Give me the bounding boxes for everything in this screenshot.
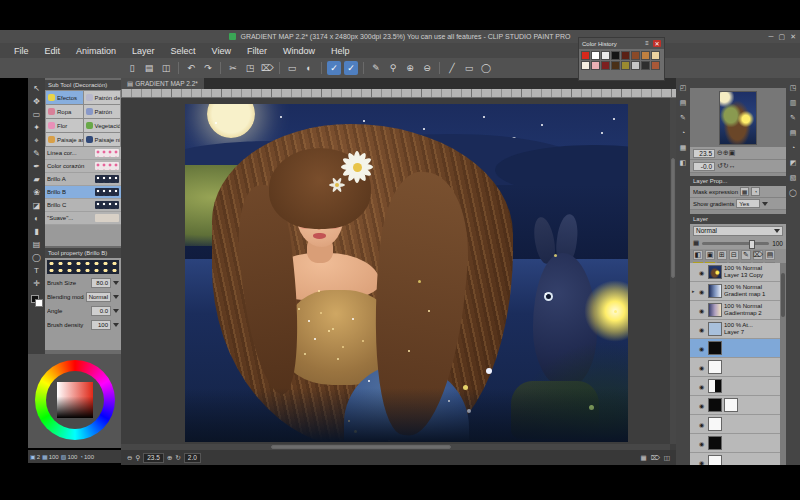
sub-tool-grid-item[interactable]: Paisaje nit...: [84, 133, 121, 146]
tool-icon[interactable]: ◪: [30, 199, 43, 212]
tool-icon[interactable]: ✦: [30, 121, 43, 134]
dock-icon[interactable]: ◰: [678, 82, 689, 93]
color-swatch[interactable]: [631, 61, 640, 70]
mask-option-icon[interactable]: ◔: [751, 187, 760, 196]
dock-icon[interactable]: ◩: [788, 157, 799, 168]
color-swatch[interactable]: [641, 61, 650, 70]
layer-row[interactable]: ◉: [690, 434, 780, 453]
property-value-input[interactable]: Normal: [86, 292, 111, 302]
color-swatch[interactable]: [641, 51, 650, 60]
menu-item[interactable]: Edit: [37, 46, 69, 56]
layer-mask-thumbnail[interactable]: [724, 398, 738, 412]
layer-toolbar-icon[interactable]: ⌦: [753, 250, 763, 260]
layer-row[interactable]: ◉: [690, 377, 780, 396]
layer-row[interactable]: ◉ 100 % At... Layer 7: [690, 320, 780, 339]
tool-icon[interactable]: ▰: [30, 173, 43, 186]
sub-tool-list-item[interactable]: Brillo C: [45, 199, 121, 212]
dock-icon[interactable]: ◔: [678, 127, 689, 138]
rotation-value[interactable]: 2.0: [184, 453, 201, 463]
layer-toolbar-icon[interactable]: ⊞: [717, 250, 727, 260]
tool-icon[interactable]: ⌖: [30, 134, 43, 147]
dropdown-arrow-icon[interactable]: [113, 281, 119, 285]
toolbar-icon[interactable]: [363, 62, 364, 74]
quick-setting[interactable]: ▧ 100: [61, 453, 78, 460]
rotate-icon[interactable]: ↻: [175, 454, 180, 462]
toolbar-icon[interactable]: [178, 62, 179, 74]
navigator-zoom-value[interactable]: 23.5: [693, 149, 715, 158]
color-wheel[interactable]: [35, 360, 115, 440]
toolbar-icon[interactable]: ✂: [226, 61, 240, 75]
visibility-eye-icon[interactable]: ◉: [699, 421, 706, 428]
color-swatch[interactable]: [611, 61, 620, 70]
menu-item[interactable]: Help: [323, 46, 358, 56]
foreground-background-colors[interactable]: [31, 295, 43, 307]
visibility-eye-icon[interactable]: ◉: [699, 307, 706, 314]
visibility-eye-icon[interactable]: ◉: [699, 288, 706, 295]
property-value-input[interactable]: 100: [91, 320, 111, 330]
toolbar-icon[interactable]: ↶: [184, 61, 198, 75]
toolbar-icon[interactable]: ◳: [243, 61, 257, 75]
layer-panel-header[interactable]: Layer: [690, 214, 786, 224]
window-control-button[interactable]: ▢: [779, 33, 786, 41]
color-swatch[interactable]: [581, 51, 590, 60]
layer-thumbnail[interactable]: [708, 398, 722, 412]
menu-item[interactable]: File: [6, 46, 37, 56]
navigator-header[interactable]: [690, 78, 786, 88]
dock-icon[interactable]: ◔: [788, 142, 799, 153]
toolbar-icon[interactable]: ⌦: [260, 61, 274, 75]
sub-tool-grid-item[interactable]: Flor: [46, 119, 83, 132]
property-value-input[interactable]: 80.0: [91, 278, 111, 288]
color-swatch[interactable]: [631, 51, 640, 60]
color-swatch[interactable]: [651, 51, 660, 60]
tool-icon[interactable]: ◯: [30, 251, 43, 264]
color-swatch[interactable]: [651, 61, 660, 70]
dock-icon[interactable]: ▦: [678, 142, 689, 153]
toolbar-icon[interactable]: [279, 62, 280, 74]
layer-toolbar-icon[interactable]: ✎: [741, 250, 751, 260]
toolbar-icon[interactable]: ✎: [369, 61, 383, 75]
toolbar-icon[interactable]: ✓: [327, 61, 341, 75]
layer-row[interactable]: ◉: [690, 358, 780, 377]
toolbar-icon[interactable]: [439, 62, 440, 74]
menu-item[interactable]: Animation: [68, 46, 124, 56]
toolbar-icon[interactable]: [321, 62, 322, 74]
visibility-eye-icon[interactable]: ◉: [699, 364, 706, 371]
layer-row[interactable]: ◉ 100 % Normal Gadientmap 2: [690, 301, 780, 320]
layer-thumbnail[interactable]: [708, 322, 722, 336]
artwork-canvas[interactable]: [185, 104, 628, 442]
layer-toolbar-icon[interactable]: ⊟: [729, 250, 739, 260]
tool-icon[interactable]: T: [30, 264, 43, 277]
color-swatch[interactable]: [601, 51, 610, 60]
sub-tool-list-item[interactable]: Brillo A: [45, 173, 121, 186]
tool-icon[interactable]: ▮: [30, 225, 43, 238]
canvas-viewport[interactable]: [121, 98, 670, 444]
sub-tool-grid-item[interactable]: Efectos: [46, 91, 83, 104]
sub-tool-list-item[interactable]: Color corazón: [45, 160, 121, 173]
toolbar-icon[interactable]: ⊕: [403, 61, 417, 75]
toolbar-icon[interactable]: ╱: [445, 61, 459, 75]
sub-tool-header[interactable]: Sub Tool (Decoración): [45, 80, 121, 90]
toolbar-icon[interactable]: ✓: [344, 61, 358, 75]
menu-item[interactable]: Select: [163, 46, 204, 56]
layer-toolbar-icon[interactable]: ▤: [765, 250, 775, 260]
dock-icon[interactable]: ▤: [678, 97, 689, 108]
navigator-rotate-icon[interactable]: ↔: [729, 162, 736, 169]
visibility-eye-icon[interactable]: ◉: [699, 440, 706, 447]
menu-item[interactable]: Layer: [124, 46, 163, 56]
dock-icon[interactable]: ▥: [788, 97, 799, 108]
tool-icon[interactable]: ❀: [30, 186, 43, 199]
dock-icon[interactable]: ▤: [788, 127, 799, 138]
dock-icon[interactable]: ◳: [788, 82, 799, 93]
layer-row[interactable]: ◉: [690, 339, 780, 358]
mask-option-icon[interactable]: ▦: [740, 187, 749, 196]
layer-thumbnail[interactable]: [708, 284, 722, 298]
color-swatch[interactable]: [591, 51, 600, 60]
layer-toolbar-icon[interactable]: ◧: [693, 250, 703, 260]
dock-icon[interactable]: ✎: [678, 112, 689, 123]
tool-icon[interactable]: ▤: [30, 238, 43, 251]
menu-item[interactable]: Filter: [239, 46, 275, 56]
quick-setting[interactable]: ▦ 100: [42, 453, 59, 460]
tool-icon[interactable]: ▭: [30, 108, 43, 121]
color-swatch[interactable]: [591, 61, 600, 70]
sub-tool-grid-item[interactable]: Patrón de...: [84, 91, 121, 104]
